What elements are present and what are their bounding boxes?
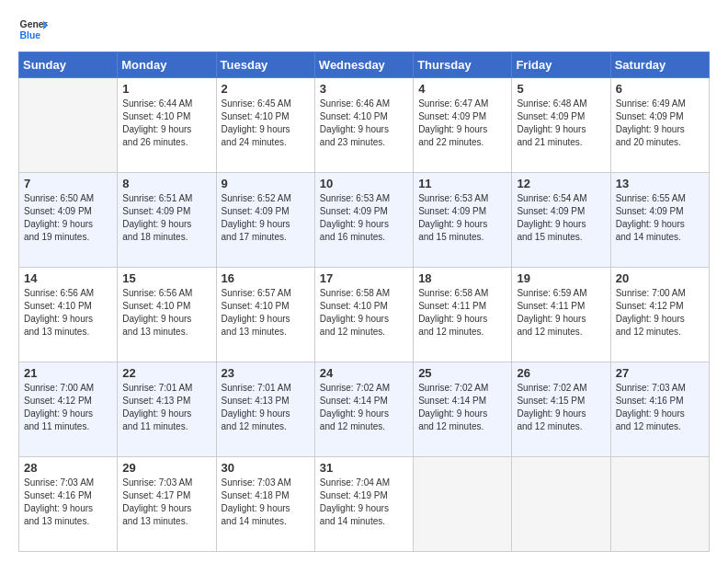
calendar-cell: 8Sunrise: 6:51 AM Sunset: 4:09 PM Daylig… [118, 173, 216, 268]
day-info: Sunrise: 6:50 AM Sunset: 4:09 PM Dayligh… [24, 192, 112, 244]
day-info: Sunrise: 7:01 AM Sunset: 4:13 PM Dayligh… [122, 382, 210, 433]
calendar-cell [610, 457, 709, 552]
day-info: Sunrise: 6:51 AM Sunset: 4:09 PM Dayligh… [122, 192, 210, 244]
day-info: Sunrise: 6:46 AM Sunset: 4:10 PM Dayligh… [320, 98, 408, 149]
calendar-cell: 12Sunrise: 6:54 AM Sunset: 4:09 PM Dayli… [512, 173, 610, 268]
header-day-monday: Monday [118, 52, 216, 78]
day-info: Sunrise: 7:03 AM Sunset: 4:16 PM Dayligh… [24, 477, 112, 528]
calendar-cell: 5Sunrise: 6:48 AM Sunset: 4:09 PM Daylig… [512, 78, 610, 173]
day-info: Sunrise: 6:44 AM Sunset: 4:10 PM Dayligh… [122, 98, 210, 149]
day-number: 29 [122, 461, 210, 475]
week-row-4: 28Sunrise: 7:03 AM Sunset: 4:16 PM Dayli… [19, 457, 710, 552]
day-number: 16 [222, 271, 310, 285]
day-info: Sunrise: 6:58 AM Sunset: 4:10 PM Dayligh… [320, 287, 408, 339]
day-number: 18 [418, 271, 506, 285]
day-info: Sunrise: 6:53 AM Sunset: 4:09 PM Dayligh… [320, 192, 408, 244]
day-info: Sunrise: 7:04 AM Sunset: 4:19 PM Dayligh… [320, 477, 408, 528]
day-number: 28 [24, 461, 112, 475]
day-number: 17 [320, 271, 408, 285]
calendar-cell: 25Sunrise: 7:02 AM Sunset: 4:14 PM Dayli… [414, 362, 512, 457]
day-info: Sunrise: 7:02 AM Sunset: 4:15 PM Dayligh… [517, 382, 605, 433]
day-info: Sunrise: 6:53 AM Sunset: 4:09 PM Dayligh… [418, 192, 506, 244]
header-day-thursday: Thursday [414, 52, 512, 78]
day-number: 13 [616, 177, 704, 190]
calendar-cell: 7Sunrise: 6:50 AM Sunset: 4:09 PM Daylig… [19, 173, 118, 268]
day-number: 31 [320, 461, 408, 475]
day-number: 24 [320, 366, 408, 380]
day-number: 10 [320, 177, 408, 190]
week-row-0: 1Sunrise: 6:44 AM Sunset: 4:10 PM Daylig… [19, 78, 710, 173]
day-number: 23 [222, 366, 310, 380]
day-info: Sunrise: 6:48 AM Sunset: 4:09 PM Dayligh… [517, 98, 605, 149]
day-info: Sunrise: 6:55 AM Sunset: 4:09 PM Dayligh… [616, 192, 704, 244]
day-number: 20 [616, 271, 704, 285]
calendar-cell: 29Sunrise: 7:03 AM Sunset: 4:17 PM Dayli… [118, 457, 216, 552]
calendar-cell: 20Sunrise: 7:00 AM Sunset: 4:12 PM Dayli… [610, 268, 709, 362]
calendar-cell: 11Sunrise: 6:53 AM Sunset: 4:09 PM Dayli… [414, 173, 512, 268]
day-info: Sunrise: 7:03 AM Sunset: 4:18 PM Dayligh… [222, 477, 310, 528]
calendar-cell: 23Sunrise: 7:01 AM Sunset: 4:13 PM Dayli… [216, 362, 314, 457]
day-info: Sunrise: 6:59 AM Sunset: 4:11 PM Dayligh… [517, 287, 605, 339]
day-info: Sunrise: 7:01 AM Sunset: 4:13 PM Dayligh… [222, 382, 310, 433]
calendar-cell: 24Sunrise: 7:02 AM Sunset: 4:14 PM Dayli… [314, 362, 413, 457]
calendar-cell: 14Sunrise: 6:56 AM Sunset: 4:10 PM Dayli… [19, 268, 118, 362]
calendar-cell [512, 457, 610, 552]
day-number: 30 [222, 461, 310, 475]
calendar-cell: 2Sunrise: 6:45 AM Sunset: 4:10 PM Daylig… [216, 78, 314, 173]
day-info: Sunrise: 6:49 AM Sunset: 4:09 PM Dayligh… [616, 98, 704, 149]
day-number: 5 [517, 82, 605, 96]
calendar-cell: 22Sunrise: 7:01 AM Sunset: 4:13 PM Dayli… [118, 362, 216, 457]
week-row-3: 21Sunrise: 7:00 AM Sunset: 4:12 PM Dayli… [19, 362, 710, 457]
svg-text:Blue: Blue [20, 30, 41, 40]
day-number: 8 [122, 177, 210, 190]
day-number: 1 [122, 82, 210, 96]
calendar-cell: 17Sunrise: 6:58 AM Sunset: 4:10 PM Dayli… [314, 268, 413, 362]
calendar-cell: 19Sunrise: 6:59 AM Sunset: 4:11 PM Dayli… [512, 268, 610, 362]
day-info: Sunrise: 7:00 AM Sunset: 4:12 PM Dayligh… [616, 287, 704, 339]
calendar-body: 1Sunrise: 6:44 AM Sunset: 4:10 PM Daylig… [19, 78, 710, 552]
day-info: Sunrise: 7:02 AM Sunset: 4:14 PM Dayligh… [418, 382, 506, 433]
day-info: Sunrise: 7:03 AM Sunset: 4:16 PM Dayligh… [616, 382, 704, 433]
calendar-cell: 30Sunrise: 7:03 AM Sunset: 4:18 PM Dayli… [216, 457, 314, 552]
logo-icon: General Blue [18, 15, 48, 44]
day-number: 6 [616, 82, 704, 96]
day-info: Sunrise: 6:45 AM Sunset: 4:10 PM Dayligh… [222, 98, 310, 149]
calendar-cell: 27Sunrise: 7:03 AM Sunset: 4:16 PM Dayli… [610, 362, 709, 457]
header-day-friday: Friday [512, 52, 610, 78]
header-day-wednesday: Wednesday [314, 52, 413, 78]
header: General Blue [18, 15, 710, 44]
calendar-table: SundayMondayTuesdayWednesdayThursdayFrid… [18, 52, 710, 552]
calendar-cell [414, 457, 512, 552]
day-info: Sunrise: 6:58 AM Sunset: 4:11 PM Dayligh… [418, 287, 506, 339]
calendar-cell [19, 78, 118, 173]
day-number: 3 [320, 82, 408, 96]
day-number: 27 [616, 366, 704, 380]
day-info: Sunrise: 6:52 AM Sunset: 4:09 PM Dayligh… [222, 192, 310, 244]
day-number: 26 [517, 366, 605, 380]
day-number: 14 [24, 271, 112, 285]
day-number: 22 [122, 366, 210, 380]
header-row: SundayMondayTuesdayWednesdayThursdayFrid… [19, 52, 710, 78]
calendar-cell: 16Sunrise: 6:57 AM Sunset: 4:10 PM Dayli… [216, 268, 314, 362]
calendar-cell: 1Sunrise: 6:44 AM Sunset: 4:10 PM Daylig… [118, 78, 216, 173]
calendar-cell: 6Sunrise: 6:49 AM Sunset: 4:09 PM Daylig… [610, 78, 709, 173]
week-row-2: 14Sunrise: 6:56 AM Sunset: 4:10 PM Dayli… [19, 268, 710, 362]
calendar-cell: 21Sunrise: 7:00 AM Sunset: 4:12 PM Dayli… [19, 362, 118, 457]
header-day-saturday: Saturday [610, 52, 709, 78]
day-number: 19 [517, 271, 605, 285]
day-info: Sunrise: 6:47 AM Sunset: 4:09 PM Dayligh… [418, 98, 506, 149]
day-number: 4 [418, 82, 506, 96]
day-info: Sunrise: 6:57 AM Sunset: 4:10 PM Dayligh… [222, 287, 310, 339]
day-number: 9 [222, 177, 310, 190]
calendar-cell: 18Sunrise: 6:58 AM Sunset: 4:11 PM Dayli… [414, 268, 512, 362]
calendar-header: SundayMondayTuesdayWednesdayThursdayFrid… [19, 52, 710, 78]
day-info: Sunrise: 7:03 AM Sunset: 4:17 PM Dayligh… [122, 477, 210, 528]
calendar-cell: 26Sunrise: 7:02 AM Sunset: 4:15 PM Dayli… [512, 362, 610, 457]
page: General Blue SundayMondayTuesdayWednesda… [0, 0, 728, 563]
calendar-cell: 3Sunrise: 6:46 AM Sunset: 4:10 PM Daylig… [314, 78, 413, 173]
day-info: Sunrise: 6:54 AM Sunset: 4:09 PM Dayligh… [517, 192, 605, 244]
day-info: Sunrise: 7:02 AM Sunset: 4:14 PM Dayligh… [320, 382, 408, 433]
logo: General Blue [18, 15, 48, 44]
calendar-cell: 4Sunrise: 6:47 AM Sunset: 4:09 PM Daylig… [414, 78, 512, 173]
header-day-sunday: Sunday [19, 52, 118, 78]
